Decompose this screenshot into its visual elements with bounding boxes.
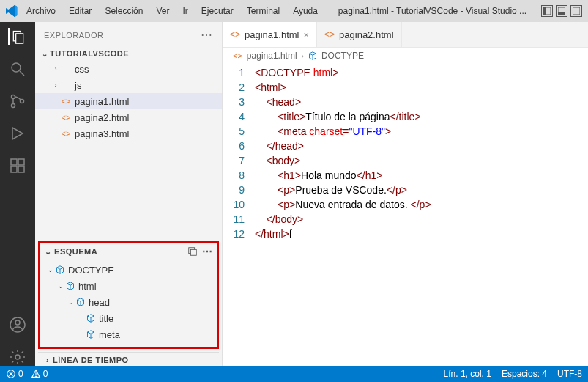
outline-node[interactable]: title bbox=[40, 310, 217, 326]
status-errors[interactable]: 0 bbox=[6, 369, 23, 379]
run-debug-icon[interactable] bbox=[9, 125, 26, 142]
menu-ayuda[interactable]: Ayuda bbox=[287, 3, 324, 19]
menu-terminal[interactable]: Terminal bbox=[241, 3, 286, 19]
layout-panel-icon[interactable] bbox=[556, 5, 567, 17]
timeline-section-header[interactable]: › LÍNEA DE TIEMPO bbox=[38, 352, 219, 366]
code-line: </head> bbox=[255, 139, 588, 153]
status-warnings[interactable]: 0 bbox=[31, 369, 48, 379]
line-number: 7 bbox=[223, 153, 245, 168]
status-encoding[interactable]: UTF-8 bbox=[557, 369, 582, 379]
layout-sidebar-right-icon[interactable] bbox=[570, 5, 582, 17]
editor-tab[interactable]: <>pagina1.html× bbox=[223, 22, 317, 47]
svg-point-17 bbox=[15, 320, 20, 325]
menu-ver[interactable]: Ver bbox=[150, 3, 175, 19]
line-numbers: 123456789101112 bbox=[223, 65, 255, 366]
chevron-down-icon: ⌄ bbox=[40, 50, 50, 58]
svg-line-8 bbox=[20, 71, 24, 76]
item-label: pagina3.html bbox=[75, 128, 129, 139]
chevron-down-icon: ⌄ bbox=[45, 247, 52, 256]
line-number: 8 bbox=[223, 168, 245, 183]
status-cursor-position[interactable]: Lín. 1, col. 1 bbox=[444, 369, 491, 379]
extensions-icon[interactable] bbox=[9, 157, 26, 175]
window-title: pagina1.html - TutorialVSCode - Visual S… bbox=[327, 6, 538, 16]
code-line: </html>f bbox=[255, 227, 588, 241]
sidebar: EXPLORADOR ⋯ ⌄ TUTORIALVSCODE ›css›js <>… bbox=[35, 22, 223, 366]
warning-count: 0 bbox=[43, 369, 48, 379]
more-actions-icon[interactable]: ⋯ bbox=[201, 28, 213, 42]
line-number: 9 bbox=[223, 183, 245, 197]
code-line: <html> bbox=[255, 80, 588, 95]
line-number: 6 bbox=[223, 139, 245, 153]
file-html-icon: <> bbox=[324, 29, 335, 40]
file-html-icon: <> bbox=[233, 51, 242, 60]
svg-rect-3 bbox=[558, 12, 565, 15]
line-number: 4 bbox=[223, 109, 245, 124]
spacer bbox=[51, 130, 60, 137]
folder-item[interactable]: ›css bbox=[35, 61, 222, 77]
item-label: pagina1.html bbox=[75, 96, 129, 107]
outline-label: title bbox=[99, 313, 113, 324]
outline-node[interactable]: ⌄DOCTYPE bbox=[40, 262, 217, 278]
spacer bbox=[51, 114, 60, 121]
menu-archivo[interactable]: Archivo bbox=[21, 3, 62, 19]
code-line: </body> bbox=[255, 212, 588, 227]
menu-ejecutar[interactable]: Ejecutar bbox=[196, 3, 239, 19]
outline-header[interactable]: ⌄ ESQUEMA ⋯ bbox=[40, 243, 217, 260]
code-area[interactable]: 123456789101112 <DOCTYPE html><html> <he… bbox=[223, 64, 588, 366]
source-control-icon[interactable] bbox=[9, 92, 26, 110]
collapse-all-icon[interactable] bbox=[187, 246, 198, 257]
breadcrumb[interactable]: <> pagina1.html › DOCTYPE bbox=[223, 48, 588, 64]
svg-point-10 bbox=[12, 104, 15, 108]
menu-editar[interactable]: Editar bbox=[63, 3, 97, 19]
file-item[interactable]: <>pagina3.html bbox=[35, 125, 222, 142]
item-label: pagina2.html bbox=[75, 112, 129, 123]
layout-sidebar-left-icon[interactable] bbox=[541, 5, 553, 17]
svg-rect-6 bbox=[16, 34, 23, 43]
svg-point-11 bbox=[21, 100, 24, 103]
file-item[interactable]: <>pagina1.html bbox=[35, 93, 222, 109]
outline-panel-highlighted: ⌄ ESQUEMA ⋯ ⌄DOCTYPE⌄html⌄head title met… bbox=[38, 241, 219, 349]
line-number: 11 bbox=[223, 212, 245, 227]
project-section-header[interactable]: ⌄ TUTORIALVSCODE bbox=[35, 48, 222, 59]
close-icon[interactable]: × bbox=[303, 29, 309, 40]
search-icon[interactable] bbox=[9, 60, 26, 78]
cube-icon bbox=[308, 51, 317, 60]
timeline-title: LÍNEA DE TIEMPO bbox=[53, 356, 129, 364]
editor-tab[interactable]: <>pagina2.html bbox=[317, 22, 401, 47]
file-html-icon: <> bbox=[60, 129, 72, 138]
status-indentation[interactable]: Espacios: 4 bbox=[502, 369, 547, 379]
settings-gear-icon[interactable] bbox=[9, 348, 26, 366]
code-line: <p>Nueva entrada de datos. </p> bbox=[255, 197, 588, 212]
accounts-icon[interactable] bbox=[9, 316, 26, 334]
svg-point-25 bbox=[35, 376, 36, 377]
spacer bbox=[77, 315, 86, 322]
line-number: 2 bbox=[223, 80, 245, 95]
symbol-cube-icon bbox=[75, 297, 86, 307]
line-number: 10 bbox=[223, 197, 245, 212]
svg-rect-13 bbox=[11, 166, 17, 172]
svg-rect-1 bbox=[543, 7, 546, 15]
folder-item[interactable]: ›js bbox=[35, 77, 222, 93]
file-html-icon: <> bbox=[60, 113, 72, 122]
outline-tree: ⌄DOCTYPE⌄html⌄head title meta bbox=[40, 260, 217, 344]
file-html-icon: <> bbox=[230, 29, 240, 40]
outline-node[interactable]: ⌄head bbox=[40, 294, 217, 310]
outline-node[interactable]: ⌄html bbox=[40, 278, 217, 294]
outline-label: meta bbox=[99, 329, 120, 340]
symbol-cube-icon bbox=[86, 313, 96, 323]
menu-ir[interactable]: Ir bbox=[176, 3, 193, 19]
item-label: css bbox=[75, 64, 89, 75]
chevron-down-icon: ⌄ bbox=[56, 282, 65, 290]
symbol-cube-icon bbox=[65, 281, 75, 291]
outline-node[interactable]: meta bbox=[40, 326, 217, 342]
more-actions-icon[interactable]: ⋯ bbox=[202, 246, 213, 257]
svg-rect-15 bbox=[18, 159, 24, 165]
sidebar-title: EXPLORADOR bbox=[44, 31, 103, 40]
file-item[interactable]: <>pagina2.html bbox=[35, 109, 222, 125]
explorer-icon[interactable] bbox=[8, 28, 26, 45]
menu-selección[interactable]: Selección bbox=[99, 3, 149, 19]
tab-label: pagina2.html bbox=[339, 29, 393, 40]
file-html-icon: <> bbox=[60, 97, 72, 106]
svg-point-9 bbox=[12, 95, 15, 99]
chevron-right-icon: › bbox=[51, 65, 60, 73]
